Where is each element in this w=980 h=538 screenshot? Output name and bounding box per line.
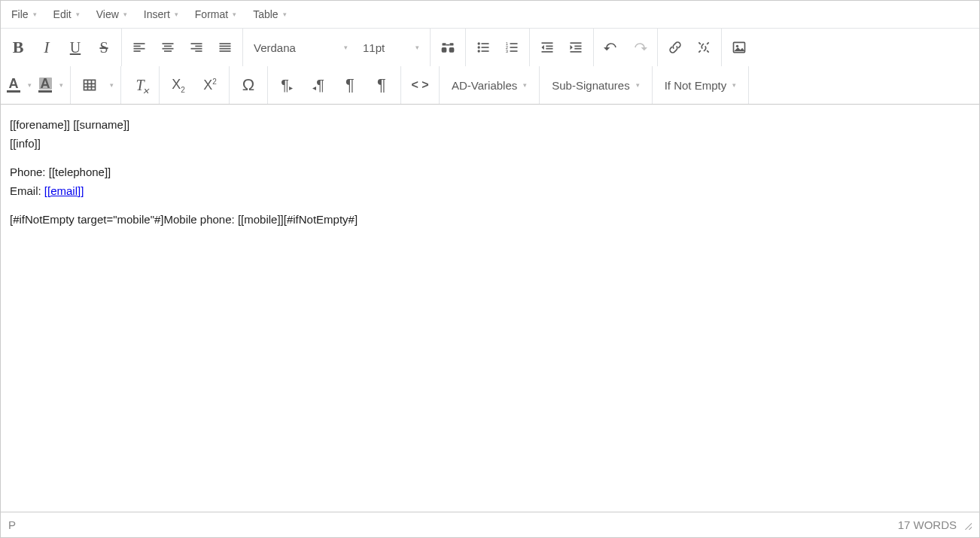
editor-content[interactable]: [[forename]] [[surname]] [[info]] Phone:… [1,105,979,512]
word-count: 17 WORDS [898,518,957,531]
chevron-down-icon: ▾ [33,11,37,18]
undo-button[interactable] [597,33,625,62]
resize-grip[interactable] [963,521,972,530]
group-table: ▾ [71,66,121,104]
toolbar-row-1: B I U S Verdana ▾ 11pt ▾ 123 [1,29,979,66]
svg-point-21 [478,42,480,44]
special-char-button[interactable]: Ω [233,71,264,99]
chevron-down-icon: ▾ [175,11,178,18]
svg-rect-16 [443,43,446,45]
insert-image-button[interactable] [725,33,753,62]
menu-format[interactable]: Format▾ [187,5,244,23]
menu-edit[interactable]: Edit▾ [46,5,87,23]
source-code-button[interactable]: < > [404,71,436,99]
insert-table-button[interactable] [74,71,105,99]
align-right-button[interactable] [182,33,211,62]
bg-color-dropdown[interactable]: ▾ [55,81,67,89]
align-justify-button[interactable] [211,33,239,62]
menu-table-label: Table [253,8,278,20]
content-line-1: [[forename]] [[surname]] [10,117,970,134]
svg-rect-12 [220,43,231,44]
svg-rect-30 [510,47,518,48]
group-find [431,29,466,66]
align-center-button[interactable] [154,33,182,62]
align-left-button[interactable] [125,33,154,62]
svg-rect-43 [84,80,96,90]
insert-link-button[interactable] [661,33,689,62]
chevron-down-icon: ▾ [523,81,527,89]
undo-icon [604,40,619,55]
link-icon [668,40,683,55]
phone-label: Phone: [10,166,49,178]
svg-rect-39 [574,48,581,50]
toolbar: B I U S Verdana ▾ 11pt ▾ 123 [1,29,979,105]
group-script: X2 X2 [160,66,230,104]
element-path[interactable]: P [8,518,16,531]
svg-rect-37 [571,42,582,44]
text-color-button[interactable]: A [4,72,23,98]
sub-signatures-label: Sub-Signatures [552,79,629,92]
chevron-down-icon: ▾ [415,44,419,51]
svg-rect-0 [134,43,145,44]
svg-rect-9 [195,46,202,47]
chevron-down-icon: ▾ [636,81,640,89]
svg-rect-33 [542,42,553,44]
rtl-button[interactable]: ◂¶ [303,71,334,99]
pilcrow-rtl-icon: ◂¶ [312,77,324,94]
svg-rect-18 [442,47,447,53]
ad-variables-dropdown[interactable]: AD-Variables▾ [443,79,536,92]
menu-view[interactable]: View▾ [89,5,135,23]
subscript-icon: X2 [172,77,185,94]
group-special: Ω [230,66,268,104]
font-size-select[interactable]: 11pt ▾ [355,41,427,54]
menu-table[interactable]: Table▾ [245,5,294,23]
email-link[interactable]: [[email]] [44,184,84,197]
svg-rect-10 [191,48,202,50]
show-invisibles-button[interactable]: ¶ [366,71,397,99]
spacer [10,153,970,164]
bg-color-button[interactable]: A [35,72,55,98]
svg-rect-26 [482,50,489,52]
svg-rect-35 [546,48,552,50]
outdent-button[interactable] [533,33,562,62]
if-not-empty-label: If Not Empty [665,79,727,92]
find-replace-button[interactable] [434,33,462,62]
bold-button[interactable]: B [4,33,32,62]
chevron-down-icon: ▾ [344,44,348,51]
pilcrow-button[interactable]: ¶ [334,71,366,99]
text-color-icon: A [9,78,19,90]
status-bar: P 17 WORDS [1,512,979,537]
menu-edit-label: Edit [53,8,72,20]
svg-rect-24 [482,47,489,48]
ltr-button-1[interactable]: ¶▸ [271,71,303,99]
strikethrough-button[interactable]: S [90,33,118,62]
pilcrow-icon: ¶ [345,75,355,95]
underline-button[interactable]: U [61,33,90,62]
remove-link-button[interactable] [689,33,718,62]
superscript-button[interactable]: X2 [194,71,226,99]
menu-insert[interactable]: Insert▾ [136,5,186,23]
content-line-2: [[info]] [10,135,970,153]
chevron-down-icon: ▾ [283,11,287,18]
group-signatures: Sub-Signatures▾ [540,66,652,104]
numbered-list-button[interactable]: 123 [498,33,526,62]
svg-rect-19 [449,47,455,53]
svg-rect-36 [542,51,553,53]
clear-formatting-button[interactable]: T✕ [124,71,156,99]
indent-button[interactable] [562,33,590,62]
group-history [594,29,658,66]
redo-button[interactable] [625,33,654,62]
table-dropdown[interactable]: ▾ [105,81,117,89]
svg-rect-13 [220,46,231,47]
svg-rect-34 [546,46,552,47]
group-ifnotempty: If Not Empty▾ [653,66,750,104]
if-not-empty-dropdown[interactable]: If Not Empty▾ [656,79,746,92]
subscript-button[interactable]: X2 [163,71,194,99]
font-family-select[interactable]: Verdana ▾ [246,41,355,54]
italic-button[interactable]: I [32,33,61,62]
menu-file[interactable]: File▾ [4,5,44,23]
svg-rect-17 [450,43,454,45]
text-color-dropdown[interactable]: ▾ [23,81,35,89]
sub-signatures-dropdown[interactable]: Sub-Signatures▾ [543,79,648,92]
bullet-list-button[interactable] [469,33,498,62]
